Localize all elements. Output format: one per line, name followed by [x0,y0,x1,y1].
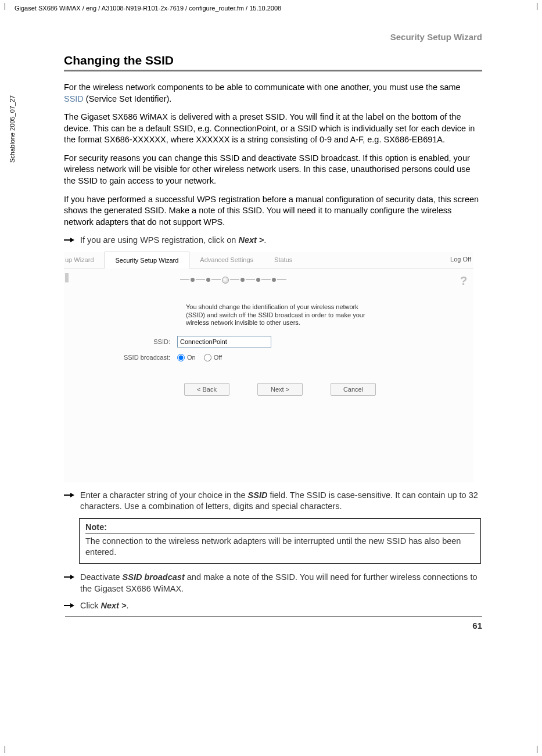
arrow-icon [64,237,74,243]
page-number: 61 [65,617,482,630]
tab-setup-wizard[interactable]: up Wizard [64,252,105,268]
left-accent-bar [65,273,69,282]
radio-off[interactable] [204,354,211,361]
instruction-row: If you are using WPS registration, click… [64,235,482,246]
wizard-instruction: You should change the identification of … [186,303,366,327]
logoff-link[interactable]: Log Off [450,256,471,263]
back-button[interactable]: < Back [184,383,229,396]
radio-off-label[interactable]: Off [204,354,222,361]
text: For the wireless network components to b… [64,83,461,92]
note-box: Note: The connection to the wireless net… [79,518,481,564]
broadcast-label: SSID broadcast: [64,354,177,361]
tab-security-setup-wizard[interactable]: Security Setup Wizard [105,252,190,268]
step-dash [180,280,189,280]
doc-meta-header: Gigaset SX686 WiMAX / eng / A31008-N919-… [15,5,281,12]
ssid-input[interactable] [177,336,271,347]
ssid-label: SSID: [64,338,177,345]
instruction-row: Enter a character string of your choice … [64,490,482,513]
instruction-text: If you are using WPS registration, click… [80,235,482,246]
step-dash [246,280,255,280]
step-dot [206,278,210,282]
arrow-icon [64,492,74,498]
radio-on[interactable] [177,354,185,361]
broadcast-radios: On Off [177,354,222,361]
text: Enter a character string of your choice … [80,490,248,500]
step-dot [256,278,260,282]
section-header: Security Setup Wizard [64,32,482,42]
radio-on-text: On [187,354,196,361]
text: Click [80,601,100,610]
step-dash [261,280,271,280]
text: . [264,235,266,245]
wizard-steps [180,277,286,284]
wizard-buttons: < Back Next > Cancel [184,383,376,396]
radio-off-text: Off [214,354,222,361]
tab-advanced-settings[interactable]: Advanced Settings [189,252,264,268]
text: Deactivate [80,572,123,582]
text: If you are using WPS registration, click… [80,235,238,245]
crop-mark [537,746,537,753]
ssid-bold: SSID [248,490,268,500]
step-dash [277,280,286,280]
tab-bar: up Wizard Security Setup Wizard Advanced… [64,252,473,268]
crop-mark [537,3,537,10]
arrow-icon [64,574,74,580]
doc-side-template: Schablone 2005_07_27 [9,95,16,163]
step-current [222,277,229,284]
instruction-text: Enter a character string of your choice … [80,490,482,513]
paragraph-4: If you have performed a successful WPS r… [64,194,482,228]
next-bold: Next > [100,601,126,610]
title-underline [64,70,482,71]
paragraph-2: The Gigaset SX686 WiMAX is delivered wit… [64,112,482,146]
instruction-text: Deactivate SSID broadcast and make a not… [80,572,482,594]
step-dot [191,278,195,282]
wizard-screenshot: up Wizard Security Setup Wizard Advanced… [64,252,473,482]
broadcast-row: SSID broadcast: On Off [64,354,222,361]
step-dot [241,278,245,282]
step-dash [196,280,205,280]
text: (Service Set Identifier). [84,94,172,103]
radio-on-label[interactable]: On [177,354,196,361]
instruction-text: Click Next >. [80,600,482,612]
ssid-row: SSID: [64,336,271,347]
arrow-icon [64,603,74,608]
step-dash [211,280,221,280]
broadcast-bold: SSID broadcast [123,572,185,582]
text: . [126,601,128,610]
instruction-row: Deactivate SSID broadcast and make a not… [64,572,482,594]
crop-mark [5,746,5,753]
paragraph-3: For security reasons you can change this… [64,153,482,187]
paragraph-1: For the wireless network components to b… [64,82,482,105]
instruction-row: Click Next >. [64,600,482,612]
step-dash [230,280,239,280]
note-body: The connection to the wireless network a… [85,536,475,558]
next-button[interactable]: Next > [257,383,303,396]
tab-status[interactable]: Status [264,252,303,268]
page-title: Changing the SSID [64,53,482,67]
crop-mark [5,3,5,10]
help-icon[interactable]: ? [457,274,470,287]
step-dot [272,278,276,282]
next-label: Next > [238,235,264,245]
note-title: Note: [85,522,475,533]
ssid-link: SSID [64,94,84,103]
cancel-button[interactable]: Cancel [331,383,376,396]
